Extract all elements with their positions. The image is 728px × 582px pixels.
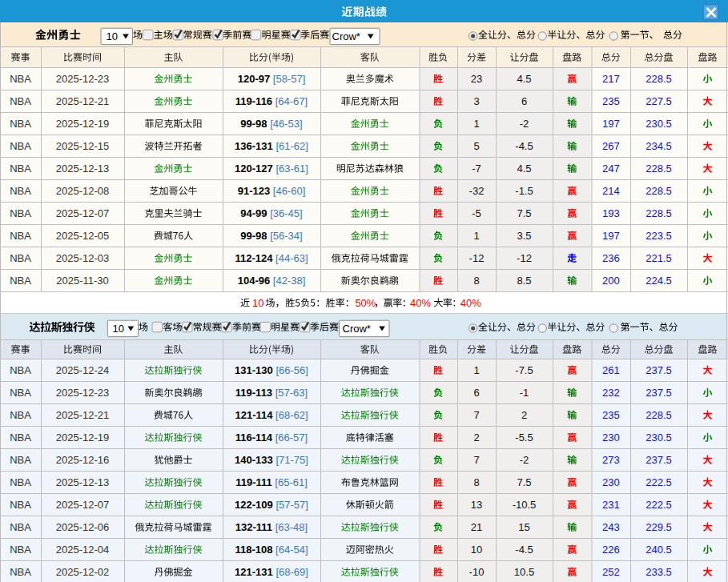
svg-text:-32: -32: [469, 185, 485, 197]
svg-text:Crow*: Crow*: [332, 30, 360, 42]
svg-text:5: 5: [473, 140, 479, 152]
svg-text:-7: -7: [472, 163, 481, 175]
svg-text:40%: 40%: [410, 297, 431, 309]
svg-text:237.5: 237.5: [646, 454, 672, 466]
svg-text:197: 197: [602, 230, 620, 242]
svg-text:140-133 [71-75]: 140-133 [71-75]: [235, 454, 308, 466]
svg-text:10: 10: [107, 30, 118, 42]
svg-text:NBA: NBA: [10, 252, 31, 264]
svg-text:2025-12-16: 2025-12-16: [56, 454, 110, 466]
svg-text:13: 13: [471, 499, 482, 511]
svg-text:4.5: 4.5: [517, 73, 531, 85]
svg-text:NBA: NBA: [10, 185, 31, 197]
svg-text:10: 10: [471, 544, 482, 556]
svg-text:227.5: 227.5: [646, 95, 672, 107]
svg-text:4.5: 4.5: [517, 163, 531, 175]
svg-text:NBA: NBA: [10, 207, 31, 219]
svg-text:-10.5: -10.5: [513, 499, 537, 511]
svg-text:-7.5: -7.5: [515, 364, 533, 376]
svg-text:NBA: NBA: [10, 118, 31, 130]
svg-text:91-123 [46-60]: 91-123 [46-60]: [238, 185, 306, 197]
svg-text:-5: -5: [472, 207, 481, 219]
svg-text:2025-12-07: 2025-12-07: [56, 207, 110, 219]
svg-text:247: 247: [602, 163, 620, 175]
svg-text:2025-12-02: 2025-12-02: [56, 566, 110, 578]
svg-text:2: 2: [473, 431, 479, 444]
svg-text:-2: -2: [520, 118, 529, 130]
svg-text:23: 23: [471, 73, 482, 85]
svg-text:231: 231: [602, 499, 620, 511]
svg-text:-4.5: -4.5: [515, 544, 533, 556]
svg-text:230: 230: [602, 476, 620, 488]
svg-text:2025-12-21: 2025-12-21: [56, 95, 110, 107]
svg-text:273: 273: [602, 454, 620, 466]
svg-text:NBA: NBA: [10, 544, 31, 556]
svg-text:-2: -2: [520, 454, 529, 466]
svg-text:221.5: 221.5: [646, 252, 672, 264]
svg-text:119-111 [65-61]: 119-111 [65-61]: [235, 476, 308, 488]
svg-text:112-124 [44-63]: 112-124 [44-63]: [235, 252, 308, 264]
svg-text:230: 230: [602, 431, 620, 444]
svg-text:NBA: NBA: [10, 163, 31, 175]
svg-text:8.5: 8.5: [517, 275, 531, 287]
svg-text:10: 10: [252, 297, 263, 309]
svg-text:2025-12-07: 2025-12-07: [56, 499, 110, 511]
svg-text:7.5: 7.5: [517, 207, 531, 219]
svg-text:94-99 [36-45]: 94-99 [36-45]: [240, 207, 302, 219]
svg-text:2: 2: [521, 409, 527, 421]
svg-text:224.5: 224.5: [646, 275, 672, 287]
svg-text:214: 214: [602, 185, 620, 197]
svg-text:3.5: 3.5: [517, 230, 531, 242]
svg-text:NBA: NBA: [10, 454, 31, 466]
svg-text:2025-12-06: 2025-12-06: [56, 521, 110, 533]
svg-text:2025-12-24: 2025-12-24: [56, 364, 110, 376]
svg-text:120-127 [63-61]: 120-127 [63-61]: [235, 163, 308, 175]
svg-text:228.5: 228.5: [646, 73, 672, 85]
svg-text:2025-12-04: 2025-12-04: [56, 544, 110, 556]
svg-text:2025-12-21: 2025-12-21: [56, 409, 110, 421]
svg-text:-4.5: -4.5: [515, 140, 533, 152]
svg-text:10.5: 10.5: [514, 566, 534, 578]
svg-text:237.5: 237.5: [646, 387, 672, 399]
svg-text:226: 226: [602, 544, 620, 556]
svg-text:232: 232: [602, 387, 620, 399]
svg-text:2025-12-19: 2025-12-19: [56, 431, 110, 444]
svg-text:252: 252: [602, 566, 620, 578]
svg-text:237.5: 237.5: [646, 364, 672, 376]
svg-text:267: 267: [602, 140, 620, 152]
svg-text:-10: -10: [469, 566, 485, 578]
svg-text:228.5: 228.5: [646, 409, 672, 421]
svg-text:NBA: NBA: [10, 521, 31, 533]
svg-text:NBA: NBA: [10, 387, 31, 399]
svg-text:7: 7: [473, 454, 479, 466]
svg-text:2025-12-03: 2025-12-03: [56, 252, 110, 264]
svg-text:40%: 40%: [461, 297, 481, 309]
svg-text:120-97 [58-57]: 120-97 [58-57]: [238, 73, 306, 85]
svg-text:104-96 [42-38]: 104-96 [42-38]: [238, 275, 306, 287]
svg-text:236: 236: [602, 252, 620, 264]
svg-text:NBA: NBA: [10, 431, 31, 444]
svg-text:228.5: 228.5: [646, 185, 672, 197]
svg-text:NBA: NBA: [10, 499, 31, 511]
svg-text:15: 15: [518, 521, 529, 533]
svg-text:122-109 [57-57]: 122-109 [57-57]: [235, 499, 308, 511]
svg-text:2025-12-23: 2025-12-23: [56, 387, 110, 399]
svg-text:2025-12-08: 2025-12-08: [56, 185, 110, 197]
svg-text:119-113 [57-63]: 119-113 [57-63]: [235, 387, 308, 399]
svg-text:118-108 [64-54]: 118-108 [64-54]: [235, 544, 308, 556]
svg-text:193: 193: [602, 207, 620, 219]
svg-text:7.5: 7.5: [517, 476, 531, 488]
svg-text:230.5: 230.5: [646, 431, 672, 444]
svg-text:136-131 [61-62]: 136-131 [61-62]: [235, 140, 308, 152]
svg-text:2025-12-19: 2025-12-19: [56, 118, 110, 130]
svg-text:2025-11-30: 2025-11-30: [56, 275, 109, 287]
svg-text:10: 10: [113, 323, 124, 335]
svg-text:261: 261: [602, 364, 620, 376]
svg-text:NBA: NBA: [10, 409, 31, 421]
svg-text:50%: 50%: [355, 297, 376, 309]
svg-text:1: 1: [473, 118, 479, 130]
svg-text:2025-12-05: 2025-12-05: [56, 230, 110, 242]
svg-text:243: 243: [602, 521, 620, 533]
svg-text:99-98 [56-34]: 99-98 [56-34]: [240, 230, 302, 242]
svg-text:NBA: NBA: [10, 275, 31, 287]
